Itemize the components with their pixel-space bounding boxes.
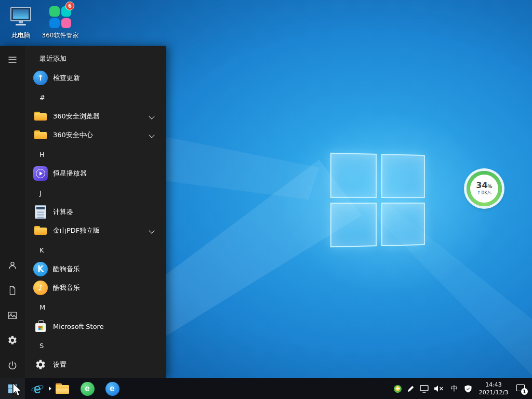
start-app-check-updates[interactable]: 检查更新 [25, 69, 166, 87]
notification-count-badge: 1 [521, 388, 528, 395]
360-speed-ball-widget[interactable]: 34% 0K/s [467, 171, 502, 206]
volume-muted-icon[interactable] [434, 385, 444, 392]
taskbar-file-explorer-button[interactable] [50, 378, 75, 399]
section-header-hash[interactable]: # [25, 87, 166, 107]
section-header-m[interactable]: M [25, 297, 166, 317]
blue-browser-icon: e [105, 382, 119, 396]
logo-pane [330, 203, 377, 248]
app-label: 计算器 [53, 207, 73, 217]
chevron-down-icon[interactable] [149, 113, 154, 119]
start-app-settings[interactable]: 设置 [25, 355, 166, 374]
notification-badge: 6 [65, 2, 74, 10]
user-button[interactable] [2, 255, 23, 276]
windows-wallpaper-logo [330, 153, 425, 247]
desktop-icon-360-software-manager[interactable]: 6 360软件管家 [42, 5, 79, 40]
gear-icon [33, 357, 48, 372]
app-label: 酷狗音乐 [53, 264, 80, 274]
start-app-kugou-music[interactable]: 酷狗音乐 [25, 260, 166, 278]
app-label: 360安全浏览器 [53, 112, 100, 121]
taskbar-internet-explorer-button[interactable]: e [25, 378, 50, 399]
folder-icon [33, 128, 48, 142]
green-browser-icon: e [81, 382, 95, 396]
start-app-microsoft-store[interactable]: Microsoft Store [25, 317, 166, 336]
internet-explorer-icon: e [34, 382, 41, 395]
section-header-j[interactable]: J [25, 183, 166, 203]
settings-button[interactable] [2, 330, 23, 351]
chevron-down-icon[interactable] [149, 132, 154, 138]
video-player-icon [33, 166, 48, 181]
start-app-calculator[interactable]: 计算器 [25, 203, 166, 221]
kuwo-music-icon [33, 281, 48, 295]
desktop-icon-label: 360软件管家 [42, 31, 79, 40]
power-button[interactable] [2, 355, 23, 376]
clock-time: 14:43 [477, 381, 510, 389]
taskbar-green-browser-button[interactable]: e [75, 378, 100, 399]
ms-logo [38, 326, 43, 330]
start-menu: 最近添加 检查更新 # 360安全浏览器 360安全中心 H 恒星播放器 [0, 46, 166, 378]
ime-indicator[interactable]: 中 [449, 384, 459, 393]
taskbar-blue-browser-button[interactable]: e [100, 378, 125, 399]
clock-date: 2021/12/3 [477, 389, 510, 396]
pictures-button[interactable] [2, 305, 23, 326]
folder-icon [33, 109, 48, 124]
start-app-360-browser[interactable]: 360安全浏览器 [25, 107, 166, 126]
app-label: 检查更新 [53, 73, 80, 83]
folder-icon [33, 223, 48, 238]
app-label: 恒星播放器 [53, 169, 87, 178]
chevron-down-icon[interactable] [149, 228, 154, 233]
app-label: 酷我音乐 [53, 283, 80, 292]
speed-ball-face: 34% 0K/s [470, 175, 498, 203]
documents-button[interactable] [2, 280, 23, 301]
start-app-kingsoft-pdf[interactable]: 金山PDF独立版 [25, 221, 166, 240]
memory-percent: 34% [476, 181, 492, 190]
section-header-h[interactable]: H [25, 144, 166, 164]
folder-front [56, 389, 69, 394]
microsoft-store-icon [33, 319, 48, 334]
upload-speed: 0K/s [477, 190, 491, 196]
start-app-shouxin-ime[interactable]: 手心输入法 [25, 374, 166, 378]
app-label: 设置 [53, 360, 66, 369]
start-app-360-security-center[interactable]: 360安全中心 [25, 126, 166, 144]
app-label: 360安全中心 [53, 130, 93, 140]
360-software-manager-icon: 6 [48, 5, 72, 29]
start-button[interactable] [0, 378, 25, 399]
desktop-icon-label: 此电脑 [11, 31, 30, 40]
desktop: 此电脑 6 360软件管家 34% 0K/s [0, 0, 532, 399]
logo-pane [381, 202, 424, 246]
start-app-hengxing-player[interactable]: 恒星播放器 [25, 164, 166, 183]
file-explorer-icon [56, 383, 69, 394]
logo-pane [330, 153, 377, 198]
this-pc-icon [9, 5, 33, 29]
windows-logo-icon [8, 384, 17, 393]
pen-ink-icon[interactable] [407, 385, 415, 393]
360-speedup-tray-icon[interactable] [394, 385, 402, 393]
section-header-k[interactable]: K [25, 240, 166, 260]
section-header-recent: 最近添加 [25, 49, 166, 69]
start-app-list: 最近添加 检查更新 # 360安全浏览器 360安全中心 H 恒星播放器 [25, 46, 166, 378]
windows-security-shield-icon[interactable] [464, 385, 472, 393]
display-icon[interactable] [420, 385, 429, 393]
app-label: Microsoft Store [53, 323, 104, 330]
calculator-icon [33, 205, 48, 219]
start-app-kuwo-music[interactable]: 酷我音乐 [25, 278, 166, 297]
action-center-icon[interactable]: 1 [515, 383, 527, 394]
update-icon [33, 71, 48, 85]
logo-pane [381, 154, 424, 198]
taskbar-clock[interactable]: 14:43 2021/12/3 [477, 381, 510, 397]
start-menu-rail [0, 46, 25, 378]
system-tray: 中 14:43 2021/12/3 1 [394, 378, 532, 399]
app-label: 金山PDF独立版 [53, 226, 100, 235]
desktop-icon-this-pc[interactable]: 此电脑 [4, 5, 37, 40]
hamburger-menu-button[interactable] [2, 49, 23, 70]
section-header-s[interactable]: S [25, 336, 166, 355]
kugou-music-icon [33, 262, 48, 276]
taskbar: e e e 中 [0, 378, 532, 399]
